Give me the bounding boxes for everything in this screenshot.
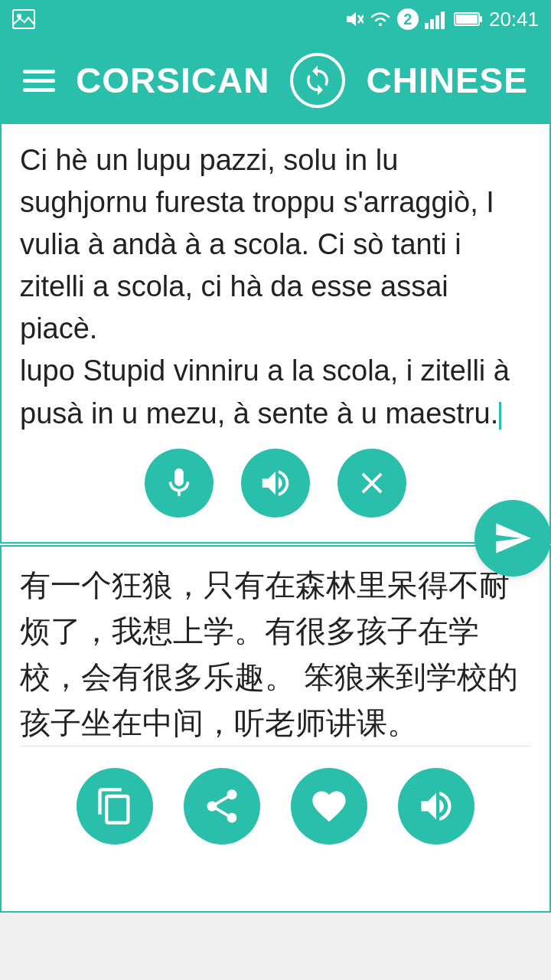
clear-button[interactable] <box>337 449 406 518</box>
battery-icon <box>454 11 483 28</box>
heart-icon <box>309 786 349 826</box>
signal-icon <box>425 9 448 29</box>
source-panel-controls <box>20 435 531 534</box>
microphone-button[interactable] <box>145 449 214 518</box>
speak-source-button[interactable] <box>241 449 310 518</box>
bottom-action-bar <box>20 746 531 866</box>
target-panel: 有一个狂狼，只有在森林里呆得不耐烦了，我想上学。有很多孩子在学校，会有很多乐趣。… <box>0 545 551 913</box>
source-panel: Ci hè un lupu pazzi, solu in lu sughjorn… <box>0 122 551 544</box>
speak-target-button[interactable] <box>398 768 474 844</box>
share-button[interactable] <box>184 768 260 844</box>
swap-languages-button[interactable] <box>290 53 345 108</box>
volume-target-icon <box>416 786 456 826</box>
source-language-button[interactable]: CORSICAN <box>76 60 269 101</box>
svg-rect-7 <box>435 15 439 29</box>
swap-icon <box>302 64 334 96</box>
target-language-button[interactable]: CHINESE <box>366 60 527 101</box>
svg-rect-10 <box>480 16 482 22</box>
svg-marker-2 <box>347 12 356 26</box>
image-icon <box>12 9 35 29</box>
svg-rect-0 <box>13 10 34 28</box>
toolbar: CORSICAN CHINESE <box>0 38 551 122</box>
status-right-icons: 2 20:41 <box>344 8 539 31</box>
copy-button[interactable] <box>77 768 153 844</box>
volume-icon <box>258 466 293 501</box>
time-display: 20:41 <box>489 8 539 31</box>
svg-rect-5 <box>425 23 429 29</box>
wifi-icon <box>370 9 391 29</box>
svg-rect-8 <box>441 11 445 29</box>
mic-icon <box>161 466 197 501</box>
translate-button[interactable] <box>474 500 551 577</box>
send-icon <box>493 518 533 558</box>
share-icon <box>202 786 242 826</box>
favorite-button[interactable] <box>291 768 367 844</box>
svg-rect-11 <box>456 15 478 24</box>
mute-icon <box>344 9 364 29</box>
status-bar: 2 20:41 <box>0 0 551 38</box>
target-text-display: 有一个狂狼，只有在森林里呆得不耐烦了，我想上学。有很多孩子在学校，会有很多乐趣。… <box>20 562 531 746</box>
status-left-icons <box>12 9 35 29</box>
svg-rect-6 <box>430 19 434 29</box>
copy-icon <box>95 786 135 826</box>
source-text-area[interactable]: Ci hè un lupu pazzi, solu in lu sughjorn… <box>20 139 531 435</box>
svg-point-1 <box>17 14 21 18</box>
close-icon <box>354 466 390 501</box>
menu-button[interactable] <box>23 70 55 92</box>
notification-badge: 2 <box>397 8 419 30</box>
